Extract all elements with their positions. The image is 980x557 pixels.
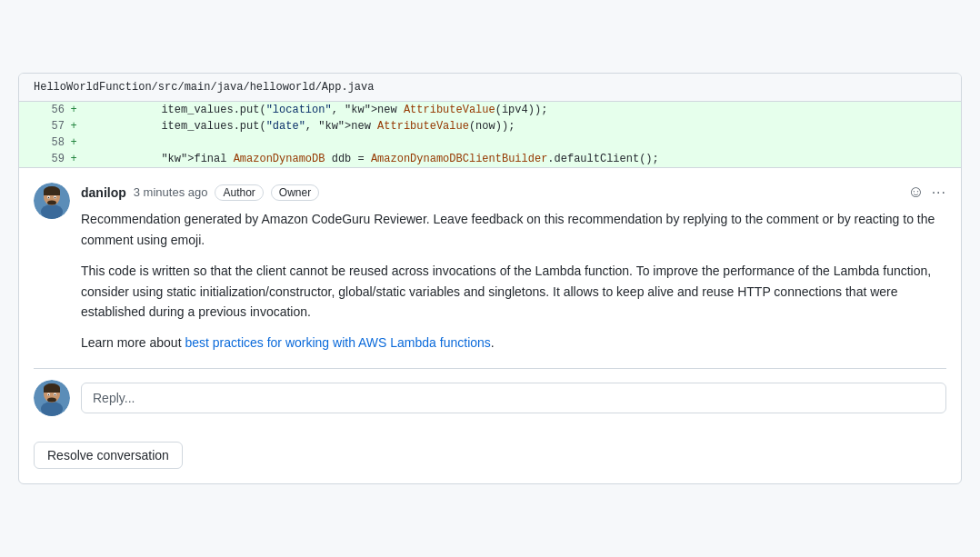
comment-content: danilop 3 minutes ago Author Owner ☺ ···… [81, 183, 946, 353]
comment-author: danilop [81, 185, 126, 200]
comment-block: danilop 3 minutes ago Author Owner ☺ ···… [34, 183, 946, 353]
more-options-button[interactable]: ··· [932, 184, 946, 201]
line-number: 57 [19, 118, 65, 134]
svg-point-18 [55, 393, 56, 395]
comment-paragraph-3: Learn more about best practices for work… [81, 333, 946, 353]
reply-section: Reply... [34, 368, 946, 416]
line-sign: + [65, 118, 83, 134]
table-row: 57+ item_values.put("date", "kw">new Att… [19, 118, 961, 134]
avatar [34, 183, 70, 219]
svg-point-1 [41, 204, 63, 219]
svg-rect-4 [44, 191, 60, 195]
svg-point-9 [47, 201, 56, 205]
comment-p3-prefix: Learn more about [81, 335, 185, 350]
comment-section: danilop 3 minutes ago Author Owner ☺ ···… [19, 168, 961, 430]
line-code [83, 134, 961, 151]
table-row: 59+ "kw">final AmazonDynamoDB ddb = Amaz… [19, 151, 961, 167]
badge-author: Author [215, 184, 263, 201]
code-table: 56+ item_values.put("location", "kw">new… [19, 102, 961, 167]
code-section: HelloWorldFunction/src/main/java/hellowo… [19, 74, 961, 168]
badge-owner: Owner [271, 184, 319, 201]
line-number: 58 [19, 134, 65, 151]
reply-input[interactable]: Reply... [81, 383, 946, 413]
svg-point-17 [48, 393, 50, 395]
line-code: "kw">final AmazonDynamoDB ddb = AmazonDy… [83, 151, 961, 167]
resolve-button[interactable]: Resolve conversation [34, 442, 183, 469]
file-path: HelloWorldFunction/src/main/java/hellowo… [19, 74, 961, 102]
line-sign: + [65, 102, 83, 118]
svg-point-8 [55, 197, 56, 199]
comment-body: Recommendation generated by Amazon CodeG… [81, 209, 946, 353]
line-number: 59 [19, 151, 65, 167]
svg-rect-14 [44, 388, 60, 393]
comment-paragraph-1: Recommendation generated by Amazon CodeG… [81, 209, 946, 250]
line-code: item_values.put("location", "kw">new Att… [83, 102, 961, 118]
line-number: 56 [19, 102, 65, 118]
comment-actions: ☺ ··· [907, 183, 946, 202]
review-card: HelloWorldFunction/src/main/java/hellowo… [18, 73, 962, 483]
comment-header: danilop 3 minutes ago Author Owner ☺ ··· [81, 183, 946, 202]
svg-point-7 [48, 197, 50, 199]
line-sign: + [65, 151, 83, 167]
svg-point-11 [41, 402, 63, 416]
lambda-link[interactable]: best practices for working with AWS Lamb… [185, 335, 490, 350]
comment-paragraph-2: This code is written so that the client … [81, 261, 946, 322]
line-code: item_values.put("date", "kw">new Attribu… [83, 118, 961, 134]
comment-time: 3 minutes ago [134, 185, 208, 199]
resolve-section: Resolve conversation [19, 431, 961, 483]
table-row: 58+ [19, 134, 961, 151]
emoji-button[interactable]: ☺ [907, 183, 924, 202]
reply-avatar [34, 380, 70, 416]
line-sign: + [65, 134, 83, 151]
comment-p3-suffix: . [491, 335, 495, 350]
svg-point-19 [47, 397, 56, 402]
table-row: 56+ item_values.put("location", "kw">new… [19, 102, 961, 118]
